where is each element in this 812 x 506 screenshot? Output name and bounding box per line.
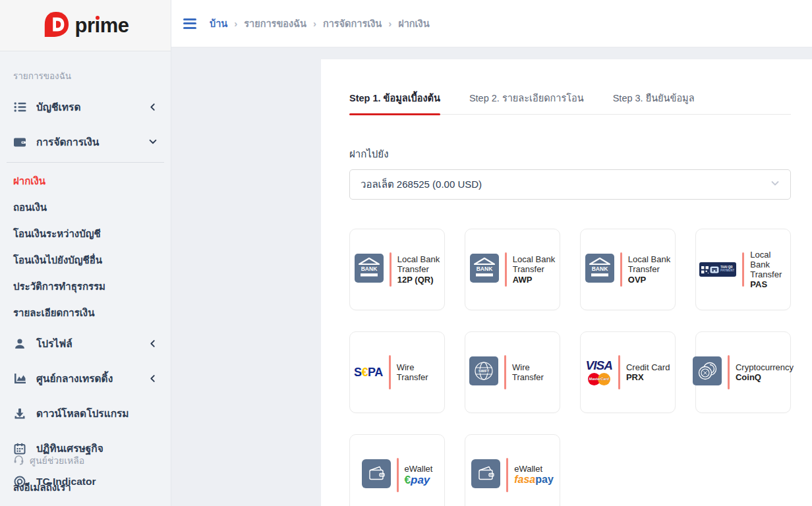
sidebar-menu: รายการของฉัน บัญชีเทรดการจัดการเงินฝากเง…	[0, 51, 171, 497]
payment-method-card-cryptocurrency-coinq[interactable]: CryptocurrencyCoinQ	[695, 331, 791, 413]
bank-icon: BANK	[470, 254, 499, 285]
bank-icon: BANK	[355, 254, 384, 285]
payment-method-card-ewallet-epay[interactable]: eWallet€pay	[349, 434, 445, 506]
wallet-select[interactable]: วอลเล็ต 268525 (0.00 USD)	[349, 169, 791, 200]
method-title-line: Local Bank	[397, 254, 440, 264]
svg-text:BANK: BANK	[361, 266, 378, 272]
method-code: PAS	[750, 279, 787, 289]
breadcrumb-separator: ›	[313, 18, 316, 29]
method-code: PRX	[626, 372, 670, 382]
prime-logo-icon	[42, 11, 70, 41]
method-title-line: Transfer	[513, 264, 555, 274]
breadcrumb-separator: ›	[388, 18, 392, 29]
prime-logo[interactable]: prıme	[42, 11, 129, 41]
chevron-down-icon	[148, 138, 158, 147]
card-divider	[620, 252, 622, 287]
sidebar-subitem-money-details[interactable]: รายละเอียดการเงิน	[0, 300, 171, 326]
sidebar-subitem-transfer-to-other-account[interactable]: โอนเงินไปยังบัญชีอื่น	[0, 247, 171, 273]
deposit-to-label: ฝากไปยัง	[349, 146, 791, 162]
wallet-icon	[13, 136, 26, 149]
wallet-square-icon	[471, 459, 500, 491]
help-center-label: ศูนย์ช่วยเหลือ	[30, 453, 84, 468]
svg-text:SWIFT: SWIFT	[478, 369, 490, 373]
tab-step-2[interactable]: Step 2. รายละเอียดการโอน	[469, 90, 584, 114]
tab-step-3[interactable]: Step 3. ยืนยันข้อมูล	[613, 90, 695, 114]
method-label: Local BankTransferAWP	[513, 254, 555, 284]
deposit-panel: Step 1. ข้อมูลเบื้องต้นStep 2. รายละเอีย…	[321, 59, 812, 506]
sidebar-item-profile[interactable]: โปรไฟล์	[0, 326, 171, 361]
method-label: Local BankTransfer12P (QR)	[397, 254, 440, 284]
thai-qr-payment-badge-icon: THAI QRPAYMENT	[699, 262, 736, 277]
breadcrumb-item-2: การจัดการเงิน	[323, 16, 382, 31]
breadcrumb: บ้าน›รายการของฉัน›การจัดการเงิน›ฝากเงิน	[210, 16, 430, 31]
payment-method-card-local-bank-12p-qr[interactable]: BANKLocal BankTransfer12P (QR)	[349, 229, 445, 310]
breadcrumb-item-0[interactable]: บ้าน	[210, 16, 227, 31]
sidebar-item-label: บัญชีเทรด	[36, 99, 148, 115]
chevron-down-icon	[770, 179, 780, 190]
method-code: AWP	[513, 275, 555, 285]
payment-method-card-swift-wire-transfer[interactable]: SWIFTWire Transfer	[465, 331, 560, 413]
payment-method-card-sepa-wire-transfer[interactable]: S€PAWire Transfer	[349, 331, 445, 413]
payment-method-card-local-bank-awp[interactable]: BANKLocal BankTransferAWP	[465, 229, 560, 310]
sidebar-item-funds-management[interactable]: การจัดการเงิน	[0, 125, 171, 159]
sidebar-section-label: รายการของฉัน	[0, 69, 171, 90]
payment-methods-grid: BANKLocal BankTransfer12P (QR)BANKLocal …	[349, 229, 791, 506]
method-label: eWallet€pay	[405, 464, 433, 487]
wallet-square-icon	[362, 459, 391, 491]
method-code: 12P (QR)	[397, 275, 440, 285]
method-title-line: Transfer	[397, 264, 440, 274]
method-title-line: Wire Transfer	[512, 362, 556, 382]
chevron-left-icon	[148, 374, 158, 383]
sidebar: prıme รายการของฉัน บัญชีเทรดการจัดการเงิ…	[0, 0, 171, 506]
sidebar-nav: บัญชีเทรดการจัดการเงินฝากเงินถอนเงินโอนเ…	[0, 90, 171, 497]
coins-icon	[693, 356, 722, 388]
payment-method-card-local-bank-ovp[interactable]: BANKLocal BankTransferOVP	[580, 229, 676, 310]
chart-icon	[13, 372, 26, 385]
sidebar-item-trading-central[interactable]: ศูนย์กลางเทรดดิ้ง	[0, 361, 171, 396]
method-title-line: eWallet	[514, 464, 554, 474]
sidebar-subitem-withdraw[interactable]: ถอนเงิน	[0, 194, 171, 221]
epay-logo: €pay	[405, 474, 430, 486]
sidebar-subitem-deposit[interactable]: ฝากเงิน	[0, 168, 171, 194]
help-center-link[interactable]: ศูนย์ช่วยเหลือ	[13, 453, 158, 468]
method-title-line: Credit Card	[626, 362, 670, 372]
card-divider	[618, 355, 620, 389]
sidebar-item-download-program[interactable]: ดาวน์โหลดโปรแกรม	[0, 396, 171, 431]
payment-method-card-ewallet-fasapay[interactable]: eWalletfasapay	[465, 434, 560, 506]
method-label: eWalletfasapay	[514, 464, 554, 486]
method-title-line: Cryptocurrency	[736, 362, 794, 372]
email-us-link[interactable]: ส่งอีเมลถึงเรา	[13, 480, 158, 495]
svg-text:BANK: BANK	[592, 266, 608, 272]
payment-method-card-credit-card-prx[interactable]: VISAMasterCardCredit CardPRX	[580, 331, 676, 413]
method-label: Wire Transfer	[397, 362, 440, 382]
card-divider	[506, 458, 508, 492]
sidebar-subitem-transfer-between-accounts[interactable]: โอนเงินระหว่างบัญชี	[0, 221, 171, 247]
fasapay-logo: fasapay	[514, 474, 554, 485]
tab-step-1[interactable]: Step 1. ข้อมูลเบื้องต้น	[349, 90, 440, 114]
method-code: CoinQ	[736, 372, 794, 382]
visa-mastercard-logo: VISAMasterCard	[586, 359, 612, 385]
breadcrumb-item-3: ฝากเงิน	[398, 16, 429, 31]
breadcrumb-separator: ›	[234, 18, 237, 29]
method-title-line: Wire Transfer	[397, 362, 440, 382]
breadcrumb-item-1: รายการของฉัน	[244, 16, 306, 31]
hamburger-menu-icon[interactable]	[183, 18, 196, 29]
topbar: บ้าน›รายการของฉัน›การจัดการเงิน›ฝากเงิน	[171, 0, 812, 47]
method-title-line: Transfer	[750, 269, 787, 279]
bank-icon: BANK	[585, 254, 614, 285]
payment-method-card-local-bank-pas[interactable]: THAI QRPAYMENTLocal BankTransferPAS	[695, 229, 791, 310]
prime-logo-text: prıme	[75, 14, 129, 38]
deposit-page: prıme รายการของฉัน บัญชีเทรดการจัดการเงิ…	[0, 0, 812, 506]
method-title-line: Local Bank	[750, 250, 787, 269]
sidebar-subitem-transaction-history[interactable]: ประวัติการทำธุรกรรม	[0, 273, 171, 300]
person-icon	[13, 337, 26, 351]
card-divider	[742, 252, 744, 287]
card-divider	[505, 252, 507, 287]
method-title-line: Local Bank	[513, 254, 555, 264]
method-label: Local BankTransferOVP	[628, 254, 670, 284]
card-divider	[397, 458, 399, 492]
mastercard-logo-icon: MasterCard	[588, 373, 610, 385]
method-label: CryptocurrencyCoinQ	[736, 362, 794, 382]
sidebar-item-trade-accounts[interactable]: บัญชีเทรด	[0, 90, 171, 125]
sepa-logo: S€PA	[354, 366, 383, 380]
